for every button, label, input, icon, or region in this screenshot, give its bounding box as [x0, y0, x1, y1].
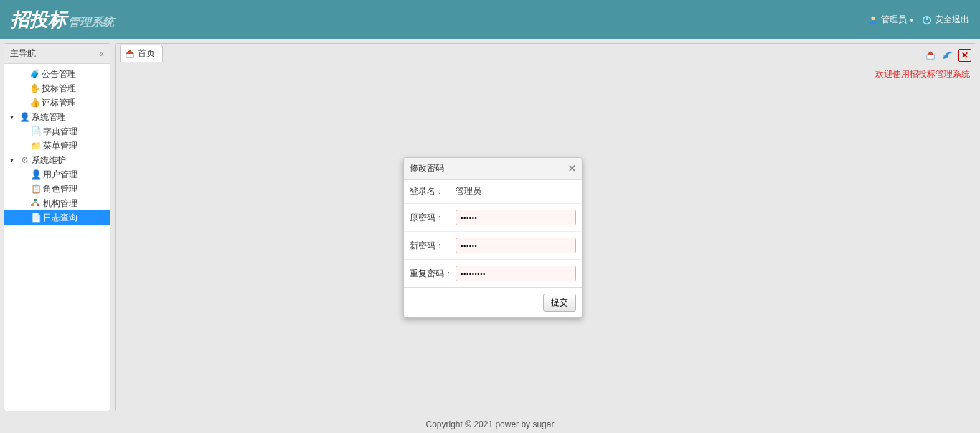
gear-icon: ⚙	[19, 154, 30, 166]
row-login-name: 登录名： 管理员	[404, 180, 582, 204]
footer-text: Copyright © 2021 power by sugar	[426, 419, 555, 429]
nav-tree: 🧳 公告管理 ✋ 投标管理 👍 评标管理 ▾ 👤 系统管理 📄 字典管理 📁 菜…	[4, 64, 110, 225]
sidebar-item-system-manage[interactable]: ▾ 👤 系统管理	[4, 110, 110, 124]
tab-tools: ✕	[920, 49, 976, 62]
dialog-footer: 提交	[404, 287, 582, 317]
tool-home-button[interactable]	[924, 49, 937, 62]
sidebar-item-label: 字典管理	[43, 126, 107, 137]
sidebar-item-label: 机构管理	[43, 197, 107, 209]
sidebar-item-label: 系统维护	[32, 154, 107, 166]
sidebar-header: 主导航 «	[4, 44, 110, 64]
svg-line-9	[35, 202, 38, 204]
sidebar: 主导航 « 🧳 公告管理 ✋ 投标管理 👍 评标管理 ▾ 👤 系统管理 📄 字典…	[4, 43, 110, 411]
close-icon[interactable]: ✕	[568, 163, 576, 174]
sidebar-item-evaluate[interactable]: 👍 评标管理	[4, 96, 110, 110]
sidebar-item-role-manage[interactable]: 📋 角色管理	[4, 182, 110, 196]
org-icon	[30, 198, 42, 208]
sidebar-title: 主导航	[10, 47, 36, 60]
sidebar-item-announcement[interactable]: 🧳 公告管理	[4, 67, 110, 81]
row-old-password: 原密码：	[404, 204, 582, 232]
main-area: 首页 ✕ 欢迎使用招投标管理系统 修改密码 ✕ 登录名： 管理员	[115, 43, 976, 411]
power-icon	[922, 15, 932, 25]
svg-rect-4	[34, 199, 37, 201]
sidebar-item-label: 日志查询	[43, 212, 107, 223]
change-password-dialog: 修改密码 ✕ 登录名： 管理员 原密码： 新密码： 重复密码：	[403, 157, 583, 318]
login-name-label: 登录名：	[410, 185, 456, 197]
logout-button[interactable]: 安全退出	[922, 14, 969, 26]
sidebar-item-label: 投标管理	[42, 83, 107, 94]
caret-down-icon: ▾	[910, 16, 913, 24]
footer: Copyright © 2021 power by sugar	[0, 416, 980, 433]
topbar-right: 管理员 ▾ 安全退出	[868, 14, 969, 26]
sidebar-item-dictionary[interactable]: 📄 字典管理	[4, 124, 110, 139]
tab-home-label: 首页	[138, 47, 155, 60]
home-icon	[125, 49, 135, 59]
svg-rect-5	[31, 204, 34, 206]
brand: 招投标 管理系统	[11, 7, 114, 32]
user-icon: 👤	[19, 111, 30, 123]
row-new-password: 新密码：	[404, 232, 582, 260]
folder-icon: 📁	[30, 140, 42, 152]
tab-home[interactable]: 首页	[120, 45, 163, 62]
admin-label: 管理员	[881, 14, 907, 26]
brand-strong: 招投标	[11, 7, 67, 32]
tree-expanded-icon: ▾	[10, 111, 19, 123]
tool-close-button[interactable]: ✕	[958, 49, 971, 62]
list-icon: 📋	[30, 183, 42, 195]
new-password-label: 新密码：	[410, 240, 456, 252]
admin-menu[interactable]: 管理员 ▾	[868, 14, 913, 26]
svg-line-8	[32, 202, 35, 204]
svg-point-0	[871, 16, 875, 19]
sidebar-item-menu[interactable]: 📁 菜单管理	[4, 139, 110, 153]
welcome-text: 欢迎使用招投标管理系统	[875, 68, 970, 80]
tabstrip: 首页 ✕	[116, 44, 976, 62]
sidebar-item-bid[interactable]: ✋ 投标管理	[4, 81, 110, 96]
login-name-value: 管理员	[456, 185, 481, 197]
user-icon	[868, 15, 878, 25]
dialog-body: 登录名： 管理员 原密码： 新密码： 重复密码：	[404, 180, 582, 287]
briefcase-icon: 🧳	[29, 68, 40, 80]
sidebar-item-org-manage[interactable]: 机构管理	[4, 196, 110, 210]
dialog-header[interactable]: 修改密码 ✕	[404, 158, 582, 180]
submit-button[interactable]: 提交	[543, 294, 576, 312]
new-password-input[interactable]	[456, 238, 576, 253]
topbar: 招投标 管理系统 管理员 ▾ 安全退出	[0, 0, 980, 39]
sidebar-item-user-manage[interactable]: 👤 用户管理	[4, 167, 110, 182]
repeat-password-label: 重复密码：	[410, 268, 456, 280]
sidebar-item-label: 公告管理	[42, 68, 107, 80]
sidebar-item-label: 评标管理	[42, 97, 107, 108]
log-icon: 📄	[30, 212, 42, 223]
thumbs-up-icon: 👍	[29, 97, 40, 108]
sidebar-item-system-maintain[interactable]: ▾ ⚙ 系统维护	[4, 153, 110, 167]
tree-expanded-icon: ▾	[10, 154, 19, 166]
dialog-title: 修改密码	[410, 162, 444, 174]
sidebar-item-label: 角色管理	[43, 183, 107, 195]
row-repeat-password: 重复密码：	[404, 260, 582, 287]
user-icon: 👤	[30, 169, 42, 180]
content: 欢迎使用招投标管理系统 修改密码 ✕ 登录名： 管理员 原密码： 新密码：	[116, 62, 976, 411]
repeat-password-input[interactable]	[456, 266, 576, 281]
svg-rect-6	[37, 204, 39, 206]
svg-rect-1	[870, 20, 877, 23]
tool-back-button[interactable]	[941, 49, 954, 62]
collapse-icon[interactable]: «	[99, 49, 104, 59]
sidebar-item-label: 菜单管理	[43, 140, 107, 152]
brand-sub: 管理系统	[68, 15, 114, 30]
old-password-label: 原密码：	[410, 212, 456, 224]
sidebar-item-log-query[interactable]: 📄 日志查询	[4, 210, 110, 225]
logout-label: 安全退出	[935, 14, 969, 26]
doc-icon: 📄	[30, 126, 42, 137]
sidebar-item-label: 系统管理	[32, 111, 107, 123]
sidebar-item-label: 用户管理	[43, 169, 107, 180]
old-password-input[interactable]	[456, 210, 576, 225]
hand-icon: ✋	[29, 83, 40, 94]
